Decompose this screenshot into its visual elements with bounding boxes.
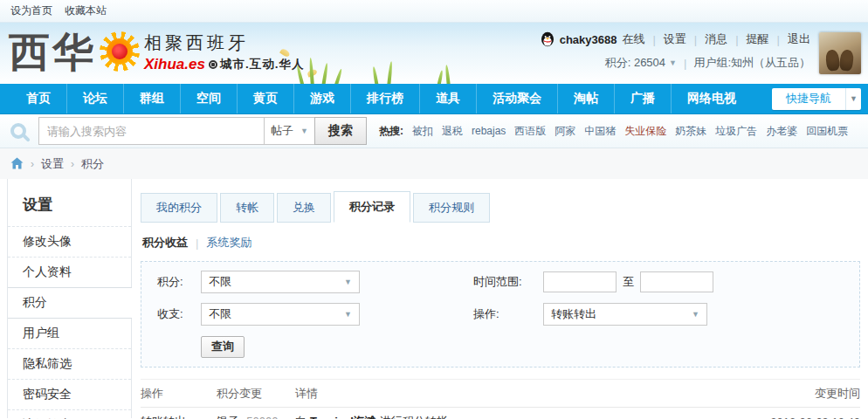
record-time: 2012-06-09 10:40 <box>720 416 860 419</box>
set-homepage-link[interactable]: 设为首页 <box>10 3 52 18</box>
chevron-down-icon: ▼ <box>692 310 699 319</box>
qq-penguin-icon <box>541 31 555 47</box>
search-button[interactable]: 搜索 <box>314 117 367 145</box>
menu-messages-link[interactable]: 消息 <box>705 31 727 47</box>
settings-sidebar: 设置 修改头像 个人资料 积分 用户组 隐私筛选 密码安全 访问推广 <box>7 179 132 418</box>
nav-item-space[interactable]: 空间 <box>180 84 237 113</box>
usergroup-label: 用户组: <box>693 55 731 71</box>
record-subtabs: 积分收益 | 系统奖励 <box>142 235 860 251</box>
nav-item-props[interactable]: 道具 <box>419 84 476 113</box>
sidebar-item-avatar[interactable]: 修改头像 <box>8 226 131 257</box>
sidebar-item-security[interactable]: 密码安全 <box>8 379 131 409</box>
record-action: 转账转出 <box>141 414 217 419</box>
action-filter-label: 操作: <box>473 306 536 322</box>
main-panel: 我的积分 转帐 兑换 积分记录 积分规则 积分收益 | 系统奖励 积分: 不限 <box>132 179 860 418</box>
sun-icon <box>100 31 140 72</box>
home-icon[interactable] <box>10 157 24 169</box>
subtab-system-reward[interactable]: 系统奖励 <box>206 235 251 251</box>
record-credit-change: 银子-50000 <box>217 414 295 419</box>
hot-keyword[interactable]: 回国机票 <box>806 124 848 139</box>
usergroup-value: 知州（从五品） <box>731 55 810 71</box>
bullet-icon <box>209 60 217 69</box>
time-from-input[interactable] <box>543 271 617 292</box>
hot-search: 热搜: 被扣 退税 rebajas 西语版 阿家 中国猪 失业保险 奶茶妹 垃圾… <box>379 124 848 139</box>
nav-item-home[interactable]: 首页 <box>10 84 66 113</box>
points-filter-select[interactable]: 不限 ▼ <box>201 271 360 293</box>
chevron-down-icon[interactable]: ▼ <box>845 88 861 110</box>
tab-my-credits[interactable]: 我的积分 <box>141 193 217 223</box>
avatar[interactable] <box>819 32 861 74</box>
subtab-credit-income[interactable]: 积分收益 <box>142 235 188 251</box>
hot-keyword[interactable]: 被扣 <box>412 124 433 139</box>
nav-item-broadcast[interactable]: 广播 <box>614 84 671 113</box>
hot-keyword[interactable]: 办老婆 <box>766 124 797 139</box>
time-range-label: 时间范围: <box>473 274 536 290</box>
search-input[interactable] <box>38 117 264 145</box>
income-filter-label: 收支: <box>157 306 194 322</box>
chevron-down-icon: ▼ <box>344 278 352 286</box>
sidebar-item-profile[interactable]: 个人资料 <box>8 257 131 287</box>
menu-settings-link[interactable]: 设置 <box>664 31 686 47</box>
tab-transfer[interactable]: 转帐 <box>220 193 274 223</box>
nav-item-ranking[interactable]: 排行榜 <box>350 84 419 113</box>
tab-credit-rules[interactable]: 积分规则 <box>413 193 490 223</box>
menu-logout-link[interactable]: 退出 <box>788 31 810 47</box>
credits-tabs: 我的积分 转帐 兑换 积分记录 积分规则 <box>141 191 860 223</box>
page: 设为首页 收藏本站 西华 相聚西班牙 Xihua.es 城市.互动.华人 <box>0 0 868 419</box>
points-dropdown[interactable]: 积分: 26504 <box>605 55 665 71</box>
query-button[interactable]: 查询 <box>201 336 245 358</box>
hot-keyword[interactable]: 阿家 <box>555 124 575 139</box>
record-detail: 向Tropical海滩进行积分转帐 <box>295 414 720 419</box>
quick-nav-button[interactable]: 快捷导航 ▼ <box>772 88 861 110</box>
nav-item-webtv[interactable]: 网络电视 <box>671 84 752 113</box>
sidebar-item-credits[interactable]: 积分 <box>8 287 132 319</box>
col-change-time: 变更时间 <box>720 386 860 402</box>
income-filter-select[interactable]: 不限 ▼ <box>201 303 360 326</box>
tab-exchange[interactable]: 兑换 <box>277 193 331 223</box>
records-header-row: 操作 积分变更 详情 变更时间 <box>141 380 860 408</box>
action-filter-select[interactable]: 转账转出 ▼ <box>543 303 707 326</box>
record-row: 转账转出 银子-50000 向Tropical海滩进行积分转帐 2012-06-… <box>141 408 860 419</box>
nav-item-taotie[interactable]: 淘帖 <box>557 84 614 113</box>
hot-keyword[interactable]: 奶茶妹 <box>675 124 706 139</box>
username-link[interactable]: chaky3688 <box>560 33 617 46</box>
hot-keyword[interactable]: 退税 <box>442 124 463 139</box>
tab-credit-records[interactable]: 积分记录 <box>334 191 410 223</box>
breadcrumb-settings[interactable]: 设置 <box>41 156 64 172</box>
hot-keyword[interactable]: 西语版 <box>514 124 546 139</box>
sidebar-item-privacy[interactable]: 隐私筛选 <box>8 348 131 379</box>
col-action: 操作 <box>141 386 217 402</box>
sidebar-item-promotion[interactable]: 访问推广 <box>8 409 131 419</box>
time-to-input[interactable] <box>640 271 713 292</box>
nav-item-events[interactable]: 活动聚会 <box>476 84 557 113</box>
search-bar: 帖子 ▼ 搜索 热搜: 被扣 退税 rebajas 西语版 阿家 中国猪 失业保… <box>0 114 868 148</box>
hot-keyword[interactable]: rebajas <box>472 125 506 137</box>
hot-keyword[interactable]: 垃圾广告 <box>715 124 757 139</box>
site-logo[interactable]: 西华 相聚西班牙 Xihua.es 城市.互动.华人 <box>9 28 304 77</box>
record-credit-amount: -50000 <box>243 415 278 419</box>
records-table: 操作 积分变更 详情 变更时间 转账转出 银子-50000 向Tropical海… <box>141 379 860 419</box>
grass-decoration <box>334 68 343 84</box>
nav-item-yellowpages[interactable]: 黄页 <box>237 84 293 113</box>
nav-item-games[interactable]: 游戏 <box>293 84 350 113</box>
logo-text: 西华 <box>9 28 96 77</box>
nav-item-forum[interactable]: 论坛 <box>66 84 123 113</box>
brand-domain: Xihua.es <box>144 56 205 73</box>
record-target-user: Tropical海滩 <box>310 415 376 419</box>
hot-keyword[interactable]: 中国猪 <box>584 124 616 139</box>
search-scope-select[interactable]: 帖子 ▼ <box>264 117 314 145</box>
nav-item-groups[interactable]: 群组 <box>123 84 180 113</box>
user-info-block: chaky3688 在线 | 设置 | 消息 | 提醒 | 退出 积分: 265… <box>541 31 810 71</box>
petal-decoration <box>292 83 300 84</box>
menu-notifications-link[interactable]: 提醒 <box>747 31 769 47</box>
bookmark-site-link[interactable]: 收藏本站 <box>65 3 107 18</box>
brand-tagline: 城市.互动.华人 <box>220 57 305 72</box>
col-credit-change: 积分变更 <box>217 386 295 402</box>
chevron-down-icon: ▼ <box>669 58 677 67</box>
online-status: 在线 <box>622 31 644 47</box>
breadcrumb-credits: 积分 <box>81 156 104 172</box>
filter-panel: 积分: 不限 ▼ 收支: 不限 ▼ 查询 <box>141 261 860 367</box>
sidebar-item-usergroup[interactable]: 用户组 <box>8 319 131 348</box>
grass-decoration <box>444 65 451 84</box>
hot-keyword-highlighted[interactable]: 失业保险 <box>624 124 666 139</box>
